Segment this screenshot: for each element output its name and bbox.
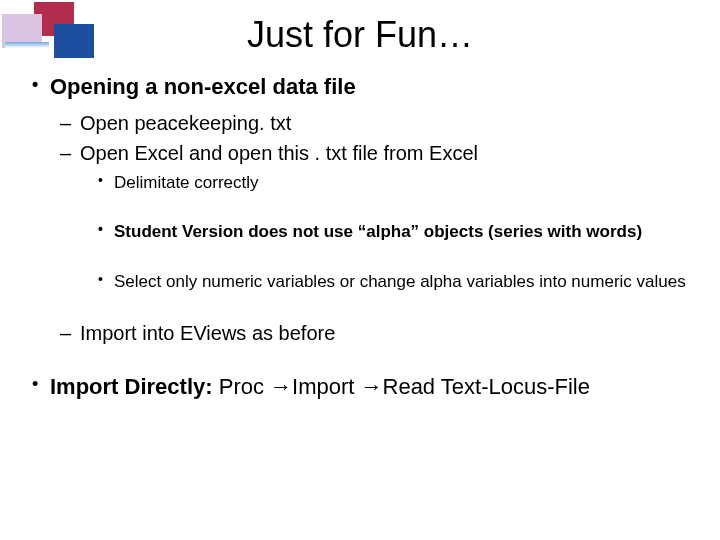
slide-title: Just for Fun… xyxy=(0,0,720,56)
bullet-level3: Student Version does not use “alpha” obj… xyxy=(96,221,700,242)
bullet-text: Proc →Import →Read Text-Locus-File xyxy=(219,374,590,399)
bullet-label: Import Directly: xyxy=(50,374,219,399)
bullet-level3: Select only numeric variables or change … xyxy=(96,271,700,292)
bullet-level2: Import into EViews as before xyxy=(58,320,700,346)
bullet-level2: Open Excel and open this . txt file from… xyxy=(58,140,700,166)
decoration-gradient xyxy=(5,42,49,48)
bullet-level1: Import Directly: Proc →Import →Read Text… xyxy=(28,374,700,400)
bullet-level3: Delimitate correctly xyxy=(96,172,700,193)
decoration-square xyxy=(54,24,94,58)
slide-decoration xyxy=(2,2,97,62)
bullet-level1: Opening a non-excel data file xyxy=(28,74,700,100)
slide-content: Opening a non-excel data file Open peace… xyxy=(0,74,720,400)
bullet-level2: Open peacekeeping. txt xyxy=(58,110,700,136)
